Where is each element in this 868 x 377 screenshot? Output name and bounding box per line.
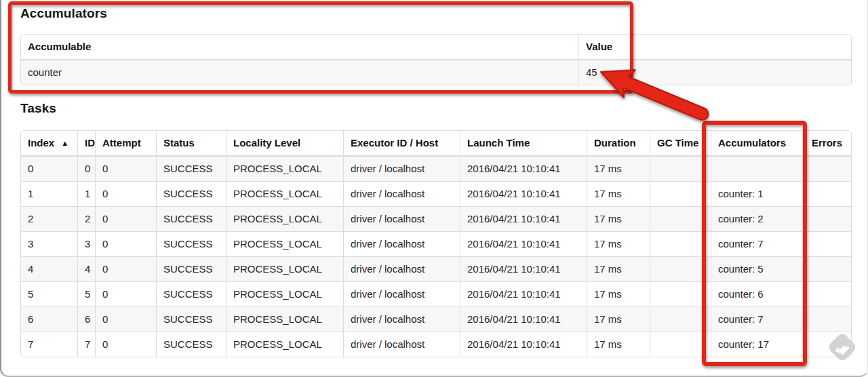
table-row: 000SUCCESSPROCESS_LOCALdriver / localhos…	[21, 157, 851, 181]
column-header-errors[interactable]: Errors	[804, 131, 851, 157]
cell-gc-time	[650, 256, 711, 281]
cell-duration: 17 ms	[587, 181, 650, 206]
cell-launch-time: 2016/04/21 10:10:41	[460, 332, 587, 357]
column-header-label: Value	[586, 41, 612, 52]
cell-errors	[804, 281, 851, 306]
cell-accumulators	[711, 157, 804, 181]
column-header-label: Status	[163, 137, 195, 148]
cell-accumulators: counter: 1	[711, 181, 804, 206]
sort-ascending-icon: ▲	[61, 136, 68, 150]
cell-index: 4	[21, 256, 77, 281]
cell-duration: 17 ms	[587, 231, 650, 256]
cell-gc-time	[650, 181, 711, 206]
cell-locality-level: PROCESS_LOCAL	[226, 306, 343, 332]
cell-accumulators: counter: 5	[711, 256, 804, 281]
cell-gc-time	[650, 206, 711, 231]
cell-executor-id-host: driver / localhost	[343, 181, 460, 206]
column-header-index[interactable]: Index▲	[21, 131, 77, 157]
cell-id: 6	[77, 306, 95, 332]
column-header-status[interactable]: Status	[156, 131, 226, 157]
column-header-value[interactable]: Value	[578, 35, 851, 60]
spark-stage-details-page: Accumulators AccumulableValuecounter45 T…	[0, 0, 868, 377]
cell-locality-level: PROCESS_LOCAL	[226, 206, 343, 231]
column-header-label: Duration	[594, 137, 636, 148]
table-row: 330SUCCESSPROCESS_LOCALdriver / localhos…	[21, 231, 851, 256]
column-header-attempt[interactable]: Attempt	[95, 131, 156, 157]
column-header-duration[interactable]: Duration	[587, 131, 650, 157]
cell-launch-time: 2016/04/21 10:10:41	[460, 206, 587, 231]
cell-duration: 17 ms	[587, 206, 650, 231]
column-header-gc-time[interactable]: GC Time	[650, 131, 711, 157]
cell-launch-time: 2016/04/21 10:10:41	[460, 231, 587, 256]
column-header-launch-time[interactable]: Launch Time	[460, 131, 587, 157]
cell-duration: 17 ms	[587, 256, 650, 281]
cell-launch-time: 2016/04/21 10:10:41	[460, 306, 587, 332]
column-header-label: Errors	[812, 137, 842, 148]
cell-attempt: 0	[95, 181, 156, 206]
cell-errors	[804, 256, 851, 281]
cell-status: SUCCESS	[156, 206, 226, 231]
cell-launch-time: 2016/04/21 10:10:41	[460, 256, 587, 281]
cell-locality-level: PROCESS_LOCAL	[226, 332, 343, 357]
column-header-label: Attempt	[102, 137, 141, 148]
cell-index: 7	[21, 332, 77, 357]
column-header-label: ID	[85, 137, 95, 148]
cell-gc-time	[650, 332, 711, 357]
cell-status: SUCCESS	[156, 231, 226, 256]
cell-accumulators: counter: 2	[711, 206, 804, 231]
cell-accumulators: counter: 7	[711, 306, 804, 332]
cell-id: 5	[77, 281, 95, 306]
table-row: 220SUCCESSPROCESS_LOCALdriver / localhos…	[21, 206, 851, 231]
column-header-label: Launch Time	[467, 137, 530, 148]
cell-executor-id-host: driver / localhost	[343, 306, 460, 332]
cell-status: SUCCESS	[156, 181, 226, 206]
accumulators-table: AccumulableValuecounter45	[20, 34, 852, 85]
cell-accumulable: counter	[21, 60, 578, 85]
cell-launch-time: 2016/04/21 10:10:41	[460, 281, 587, 306]
column-header-locality-level[interactable]: Locality Level	[226, 131, 343, 157]
cell-accumulators: counter: 6	[711, 281, 804, 306]
cell-launch-time: 2016/04/21 10:10:41	[460, 181, 587, 206]
cell-executor-id-host: driver / localhost	[343, 281, 460, 306]
column-header-id[interactable]: ID	[77, 131, 95, 157]
cell-id: 2	[77, 206, 95, 231]
table-row: 440SUCCESSPROCESS_LOCALdriver / localhos…	[21, 256, 851, 281]
cell-attempt: 0	[95, 157, 156, 181]
cell-index: 2	[21, 206, 77, 231]
cell-locality-level: PROCESS_LOCAL	[226, 157, 343, 181]
column-header-accumulable[interactable]: Accumulable	[21, 35, 578, 60]
cell-locality-level: PROCESS_LOCAL	[226, 281, 343, 306]
cell-executor-id-host: driver / localhost	[343, 256, 460, 281]
cell-errors	[804, 306, 851, 332]
column-header-label: Executor ID / Host	[351, 137, 438, 148]
cell-duration: 17 ms	[587, 157, 650, 181]
table-row: 110SUCCESSPROCESS_LOCALdriver / localhos…	[21, 181, 851, 206]
table-row: 550SUCCESSPROCESS_LOCALdriver / localhos…	[21, 281, 851, 306]
header-row: AccumulableValue	[21, 35, 851, 60]
column-header-accumulators[interactable]: Accumulators	[711, 131, 804, 157]
cell-index: 6	[21, 306, 77, 332]
cell-locality-level: PROCESS_LOCAL	[226, 256, 343, 281]
header-row: Index▲IDAttemptStatusLocality LevelExecu…	[21, 131, 851, 157]
tasks-table: Index▲IDAttemptStatusLocality LevelExecu…	[20, 130, 852, 357]
cell-duration: 17 ms	[587, 332, 650, 357]
cell-id: 7	[77, 332, 95, 357]
column-header-executor-id-host[interactable]: Executor ID / Host	[343, 131, 460, 157]
cell-index: 0	[21, 157, 77, 181]
cell-index: 3	[21, 231, 77, 256]
cell-accumulators: counter: 7	[711, 231, 804, 256]
cell-duration: 17 ms	[587, 281, 650, 306]
table-row: 770SUCCESSPROCESS_LOCALdriver / localhos…	[21, 332, 851, 357]
column-header-label: Accumulable	[28, 41, 91, 52]
table-row: counter45	[21, 60, 851, 85]
column-header-label: Index	[28, 137, 54, 148]
cell-id: 1	[77, 181, 95, 206]
cell-attempt: 0	[95, 256, 156, 281]
cell-attempt: 0	[95, 231, 156, 256]
cell-status: SUCCESS	[156, 256, 226, 281]
column-header-label: Locality Level	[233, 137, 300, 148]
cell-accumulators: counter: 17	[711, 332, 804, 357]
cell-attempt: 0	[95, 281, 156, 306]
table-row: 660SUCCESSPROCESS_LOCALdriver / localhos…	[21, 306, 851, 332]
column-header-label: Accumulators	[718, 137, 786, 148]
